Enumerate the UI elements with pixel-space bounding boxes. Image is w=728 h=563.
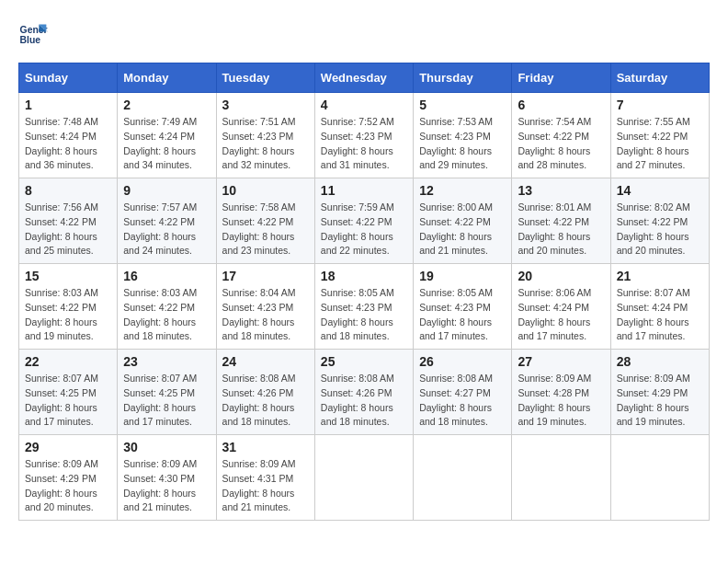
day-info: Sunrise: 7:48 AMSunset: 4:24 PMDaylight:…	[25, 115, 111, 173]
day-cell: 4Sunrise: 7:52 AMSunset: 4:23 PMDaylight…	[314, 93, 413, 178]
day-number: 30	[123, 440, 210, 454]
day-cell: 14Sunrise: 8:02 AMSunset: 4:22 PMDayligh…	[610, 178, 709, 264]
day-info: Sunrise: 7:51 AMSunset: 4:23 PMDaylight:…	[222, 115, 309, 173]
day-info: Sunrise: 8:09 AMSunset: 4:30 PMDaylight:…	[123, 457, 210, 515]
day-cell: 22Sunrise: 8:07 AMSunset: 4:25 PMDayligh…	[19, 350, 118, 435]
day-cell: 5Sunrise: 7:53 AMSunset: 4:23 PMDaylight…	[414, 93, 512, 178]
day-cell: 19Sunrise: 8:05 AMSunset: 4:23 PMDayligh…	[414, 264, 512, 350]
day-number: 29	[25, 440, 111, 454]
day-cell: 29Sunrise: 8:09 AMSunset: 4:29 PMDayligh…	[19, 435, 118, 521]
day-number: 21	[617, 269, 703, 283]
day-cell: 3Sunrise: 7:51 AMSunset: 4:23 PMDaylight…	[216, 93, 314, 178]
day-number: 1	[25, 98, 111, 112]
weekday-monday: Monday	[118, 63, 216, 93]
weekday-friday: Friday	[512, 63, 610, 93]
weekday-saturday: Saturday	[610, 63, 709, 93]
day-number: 20	[518, 269, 604, 283]
day-cell: 27Sunrise: 8:09 AMSunset: 4:28 PMDayligh…	[512, 350, 610, 435]
day-cell: 6Sunrise: 7:54 AMSunset: 4:22 PMDaylight…	[512, 93, 610, 178]
logo: General Blue	[18, 18, 48, 48]
day-number: 8	[25, 183, 111, 198]
day-number: 19	[419, 269, 506, 283]
day-number: 11	[321, 183, 407, 198]
day-info: Sunrise: 8:05 AMSunset: 4:23 PMDaylight:…	[419, 286, 506, 344]
day-number: 14	[617, 183, 703, 198]
day-cell: 31Sunrise: 8:09 AMSunset: 4:31 PMDayligh…	[216, 435, 314, 521]
day-cell: 18Sunrise: 8:05 AMSunset: 4:23 PMDayligh…	[314, 264, 413, 350]
day-number: 2	[123, 98, 210, 112]
week-row-5: 29Sunrise: 8:09 AMSunset: 4:29 PMDayligh…	[19, 435, 710, 521]
day-cell	[610, 435, 709, 521]
day-number: 15	[25, 269, 111, 283]
day-cell: 12Sunrise: 8:00 AMSunset: 4:22 PMDayligh…	[414, 178, 512, 264]
day-number: 13	[518, 183, 604, 198]
day-number: 6	[518, 98, 604, 112]
day-info: Sunrise: 7:49 AMSunset: 4:24 PMDaylight:…	[123, 115, 210, 173]
weekday-header: SundayMondayTuesdayWednesdayThursdayFrid…	[19, 63, 710, 93]
day-number: 22	[25, 354, 111, 369]
day-number: 23	[123, 354, 210, 369]
day-cell: 21Sunrise: 8:07 AMSunset: 4:24 PMDayligh…	[610, 264, 709, 350]
day-info: Sunrise: 8:08 AMSunset: 4:26 PMDaylight:…	[321, 372, 407, 430]
day-info: Sunrise: 7:52 AMSunset: 4:23 PMDaylight:…	[321, 115, 407, 173]
logo-icon: General Blue	[18, 18, 48, 48]
day-number: 26	[419, 354, 506, 369]
day-number: 7	[617, 98, 703, 112]
day-cell: 28Sunrise: 8:09 AMSunset: 4:29 PMDayligh…	[610, 350, 709, 435]
day-info: Sunrise: 7:55 AMSunset: 4:22 PMDaylight:…	[617, 115, 703, 173]
day-number: 28	[617, 354, 703, 369]
day-cell: 30Sunrise: 8:09 AMSunset: 4:30 PMDayligh…	[118, 435, 216, 521]
day-info: Sunrise: 7:58 AMSunset: 4:22 PMDaylight:…	[222, 201, 309, 259]
day-info: Sunrise: 8:06 AMSunset: 4:24 PMDaylight:…	[518, 286, 604, 344]
day-info: Sunrise: 8:08 AMSunset: 4:26 PMDaylight:…	[222, 372, 309, 430]
day-cell: 7Sunrise: 7:55 AMSunset: 4:22 PMDaylight…	[610, 93, 709, 178]
day-number: 16	[123, 269, 210, 283]
day-info: Sunrise: 8:01 AMSunset: 4:22 PMDaylight:…	[518, 201, 604, 259]
day-cell: 8Sunrise: 7:56 AMSunset: 4:22 PMDaylight…	[19, 178, 118, 264]
day-number: 10	[222, 183, 309, 198]
week-row-2: 8Sunrise: 7:56 AMSunset: 4:22 PMDaylight…	[19, 178, 710, 264]
day-info: Sunrise: 7:54 AMSunset: 4:22 PMDaylight:…	[518, 115, 604, 173]
day-info: Sunrise: 8:09 AMSunset: 4:29 PMDaylight:…	[25, 457, 111, 515]
weekday-thursday: Thursday	[414, 63, 512, 93]
day-info: Sunrise: 7:56 AMSunset: 4:22 PMDaylight:…	[25, 201, 111, 259]
day-number: 31	[222, 440, 309, 454]
week-row-4: 22Sunrise: 8:07 AMSunset: 4:25 PMDayligh…	[19, 350, 710, 435]
day-info: Sunrise: 8:07 AMSunset: 4:24 PMDaylight:…	[617, 286, 703, 344]
day-info: Sunrise: 8:02 AMSunset: 4:22 PMDaylight:…	[617, 201, 703, 259]
day-info: Sunrise: 8:05 AMSunset: 4:23 PMDaylight:…	[321, 286, 407, 344]
day-cell: 11Sunrise: 7:59 AMSunset: 4:22 PMDayligh…	[314, 178, 413, 264]
day-cell	[314, 435, 413, 521]
day-info: Sunrise: 8:07 AMSunset: 4:25 PMDaylight:…	[25, 372, 111, 430]
day-number: 5	[419, 98, 506, 112]
day-cell: 23Sunrise: 8:07 AMSunset: 4:25 PMDayligh…	[118, 350, 216, 435]
day-cell	[512, 435, 610, 521]
day-cell: 26Sunrise: 8:08 AMSunset: 4:27 PMDayligh…	[414, 350, 512, 435]
day-info: Sunrise: 7:57 AMSunset: 4:22 PMDaylight:…	[123, 201, 210, 259]
day-number: 4	[321, 98, 407, 112]
calendar-body: 1Sunrise: 7:48 AMSunset: 4:24 PMDaylight…	[19, 93, 710, 521]
day-number: 17	[222, 269, 309, 283]
day-number: 18	[321, 269, 407, 283]
day-cell: 1Sunrise: 7:48 AMSunset: 4:24 PMDaylight…	[19, 93, 118, 178]
day-cell: 15Sunrise: 8:03 AMSunset: 4:22 PMDayligh…	[19, 264, 118, 350]
weekday-sunday: Sunday	[19, 63, 118, 93]
day-cell: 20Sunrise: 8:06 AMSunset: 4:24 PMDayligh…	[512, 264, 610, 350]
weekday-wednesday: Wednesday	[314, 63, 413, 93]
day-cell: 17Sunrise: 8:04 AMSunset: 4:23 PMDayligh…	[216, 264, 314, 350]
day-number: 24	[222, 354, 309, 369]
week-row-3: 15Sunrise: 8:03 AMSunset: 4:22 PMDayligh…	[19, 264, 710, 350]
week-row-1: 1Sunrise: 7:48 AMSunset: 4:24 PMDaylight…	[19, 93, 710, 178]
day-info: Sunrise: 8:09 AMSunset: 4:29 PMDaylight:…	[617, 372, 703, 430]
day-cell: 24Sunrise: 8:08 AMSunset: 4:26 PMDayligh…	[216, 350, 314, 435]
calendar: SundayMondayTuesdayWednesdayThursdayFrid…	[18, 63, 710, 521]
day-number: 12	[419, 183, 506, 198]
svg-text:Blue: Blue	[20, 35, 41, 45]
day-info: Sunrise: 8:04 AMSunset: 4:23 PMDaylight:…	[222, 286, 309, 344]
day-number: 3	[222, 98, 309, 112]
day-cell: 25Sunrise: 8:08 AMSunset: 4:26 PMDayligh…	[314, 350, 413, 435]
day-cell: 13Sunrise: 8:01 AMSunset: 4:22 PMDayligh…	[512, 178, 610, 264]
day-info: Sunrise: 7:53 AMSunset: 4:23 PMDaylight:…	[419, 115, 506, 173]
day-cell: 2Sunrise: 7:49 AMSunset: 4:24 PMDaylight…	[118, 93, 216, 178]
header: General Blue	[18, 18, 710, 48]
